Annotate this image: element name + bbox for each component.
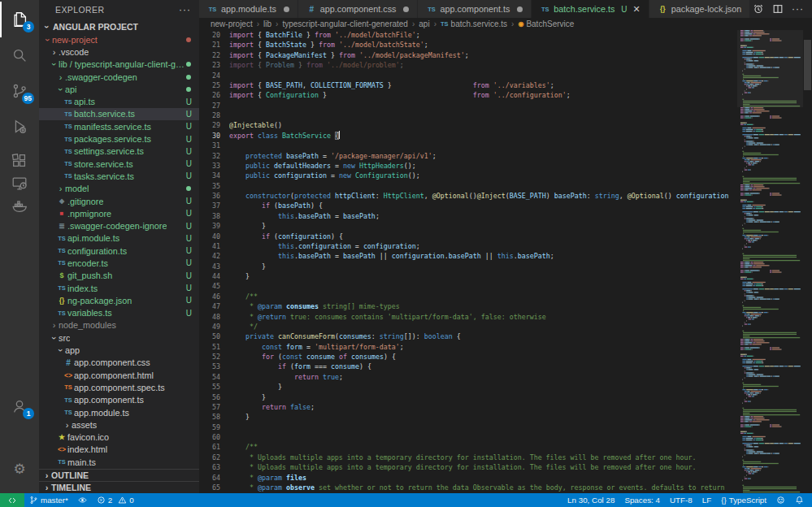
line-number[interactable]: 58 xyxy=(199,412,227,422)
code-line[interactable]: import { Configuration } from '../config… xyxy=(229,90,737,100)
line-number[interactable]: 27 xyxy=(199,101,227,110)
line-number[interactable]: 53 xyxy=(199,362,227,371)
line-number[interactable]: 21 xyxy=(199,40,227,50)
code-line[interactable]: } xyxy=(229,271,737,281)
code-line[interactable]: private canConsumeForm(consumes: string[… xyxy=(229,332,737,341)
code-line[interactable]: @Injectable() xyxy=(229,120,737,130)
tree-file-app.module.ts[interactable]: TSapp.module.ts xyxy=(39,406,199,418)
code-content[interactable]: import { BatchFile } from '../model/batc… xyxy=(229,30,737,492)
code-line[interactable]: return true; xyxy=(229,372,737,382)
code-editor[interactable]: 2021222324252627282930313233343536373839… xyxy=(199,30,812,493)
tree-file-settings.service.ts[interactable]: TSsettings.service.tsU xyxy=(39,145,199,158)
tree-file-index.ts[interactable]: TSindex.tsU xyxy=(39,282,199,294)
tree-folder-assets[interactable]: ›assets xyxy=(39,418,199,431)
tree-file-api.module.ts[interactable]: TSapi.module.tsU xyxy=(39,232,199,245)
line-number[interactable]: 60 xyxy=(199,432,227,442)
line-number[interactable]: 51 xyxy=(199,342,227,352)
line-number[interactable]: 48 xyxy=(199,312,227,322)
line-number[interactable]: 22 xyxy=(199,50,227,60)
code-line[interactable] xyxy=(229,281,737,291)
code-line[interactable] xyxy=(229,141,737,150)
tree-file-encoder.ts[interactable]: TSencoder.tsU xyxy=(39,257,199,269)
run-debug-icon[interactable] xyxy=(0,109,39,145)
line-number[interactable]: 20 xyxy=(199,30,227,40)
search-icon[interactable] xyxy=(0,37,39,73)
breadcrumb-item[interactable]: ◉BatchService xyxy=(518,20,574,28)
tab-app.module.ts[interactable]: TSapp.module.ts xyxy=(199,0,298,18)
line-number[interactable]: 55 xyxy=(199,382,227,392)
line-number[interactable]: 42 xyxy=(199,251,227,261)
line-number[interactable]: 28 xyxy=(199,110,227,120)
tree-folder-src[interactable]: ›src xyxy=(39,332,199,344)
line-number[interactable]: 44 xyxy=(199,271,227,281)
tree-file-app.component.css[interactable]: #app.component.css xyxy=(39,357,199,369)
code-line[interactable] xyxy=(229,181,737,191)
line-number[interactable]: 50 xyxy=(199,332,227,341)
line-number[interactable]: 54 xyxy=(199,372,227,382)
code-line[interactable]: if (form === consume) { xyxy=(229,362,737,371)
tree-file-packages.service.ts[interactable]: TSpackages.service.tsU xyxy=(39,132,199,145)
tree-file-batch.service.ts[interactable]: TSbatch.service.tsU xyxy=(39,108,199,120)
line-number[interactable]: 35 xyxy=(199,181,227,191)
code-line[interactable] xyxy=(229,422,737,432)
tree-folder-.vscode[interactable]: ›.vscode xyxy=(39,46,199,58)
code-line[interactable]: } xyxy=(229,382,737,392)
code-line[interactable]: protected basePath = '/package-manager/a… xyxy=(229,151,737,161)
line-number[interactable]: 62 xyxy=(199,453,227,462)
code-line[interactable]: } xyxy=(229,412,737,422)
code-line[interactable]: * @param consumes string[] mime-types xyxy=(229,301,737,311)
breadcrumb-item[interactable]: api xyxy=(419,20,429,28)
tab-app.component.ts[interactable]: TSapp.component.ts xyxy=(418,0,532,18)
breadcrumb-item[interactable]: typescript-angular-client-generated xyxy=(282,20,408,28)
line-number[interactable]: 47 xyxy=(199,301,227,311)
outline-panel-header[interactable]: › OUTLINE xyxy=(39,469,199,481)
indentation-status[interactable]: Spaces: 4 xyxy=(619,493,665,507)
code-line[interactable]: * @param files xyxy=(229,473,737,483)
line-number[interactable]: 30 xyxy=(199,131,227,141)
scrollbar-thumb[interactable] xyxy=(804,40,811,90)
git-branch-status[interactable]: master* xyxy=(24,493,73,507)
line-number[interactable]: 61 xyxy=(199,442,227,452)
line-number[interactable]: 59 xyxy=(199,422,227,432)
code-line[interactable] xyxy=(229,110,737,120)
code-line[interactable]: import { BASE_PATH, COLLECTION_FORMATS }… xyxy=(229,80,737,90)
language-mode[interactable]: {} TypeScript xyxy=(716,493,771,507)
explorer-icon[interactable]: 3 xyxy=(0,2,39,37)
tree-file-api.ts[interactable]: TSapi.tsU xyxy=(39,95,199,107)
notifications-bell-icon[interactable] xyxy=(790,493,809,507)
line-number[interactable]: 63 xyxy=(199,462,227,472)
code-line[interactable]: constructor(protected httpClient: HttpCl… xyxy=(229,191,737,201)
tree-file-index.html[interactable]: <>index.html xyxy=(39,444,199,456)
code-line[interactable]: * Uploads multiple apps into a temporary… xyxy=(229,453,737,462)
line-number[interactable]: 33 xyxy=(199,161,227,171)
code-line[interactable]: } xyxy=(229,221,737,231)
code-line[interactable]: import { BatchFile } from '../model/batc… xyxy=(229,30,737,40)
timeline-panel-header[interactable]: › TIMELINE xyxy=(39,481,199,493)
line-number[interactable]: 40 xyxy=(199,232,227,241)
line-number[interactable]: 31 xyxy=(199,141,227,150)
tree-file-configuration.ts[interactable]: TSconfiguration.tsU xyxy=(39,245,199,257)
code-line[interactable]: if (configuration) { xyxy=(229,232,737,241)
tree-folder-api[interactable]: ›api xyxy=(39,83,199,95)
tree-file-app.component.html[interactable]: <>app.component.html xyxy=(39,369,199,381)
tree-file-ng-package.json[interactable]: {}ng-package.jsonU xyxy=(39,294,199,306)
sidebar-more-actions-icon[interactable]: ··· xyxy=(179,4,191,15)
eol-status[interactable]: LF xyxy=(697,493,716,507)
tree-file-.swagger-codegen-ignore[interactable]: ≣.swagger-codegen-ignoreU xyxy=(39,219,199,232)
code-line[interactable]: /** xyxy=(229,442,737,452)
line-number[interactable]: 39 xyxy=(199,221,227,231)
line-number[interactable]: 52 xyxy=(199,352,227,362)
code-line[interactable]: for (const consume of consumes) { xyxy=(229,352,737,362)
line-number[interactable]: 56 xyxy=(199,392,227,402)
tree-file-tasks.service.ts[interactable]: TStasks.service.tsU xyxy=(39,170,199,182)
tree-file-.npmignore[interactable]: ■.npmignoreU xyxy=(39,207,199,219)
close-icon[interactable]: ✕ xyxy=(633,5,640,13)
line-number[interactable]: 64 xyxy=(199,473,227,483)
code-line[interactable] xyxy=(229,71,737,80)
line-number[interactable]: 29 xyxy=(199,120,227,130)
tree-file-favicon.ico[interactable]: ★favicon.ico xyxy=(39,431,199,444)
tree-file-app.component.ts[interactable]: TSapp.component.ts xyxy=(39,394,199,406)
modified-dot-icon[interactable] xyxy=(517,6,523,12)
code-line[interactable]: public defaultHeaders = new HttpHeaders(… xyxy=(229,161,737,171)
code-line[interactable]: } xyxy=(229,392,737,402)
